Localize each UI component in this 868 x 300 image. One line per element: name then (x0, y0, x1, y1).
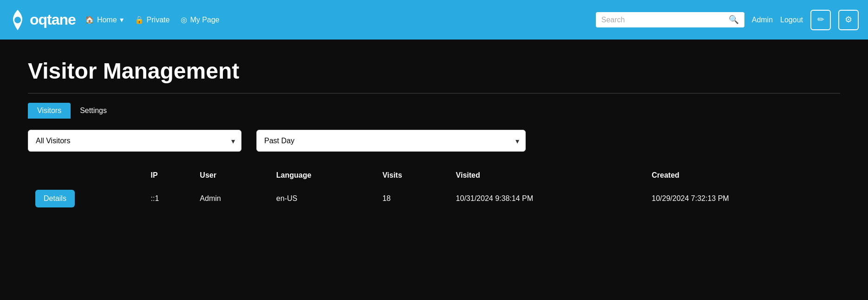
divider (28, 93, 840, 93)
period-select[interactable]: Past Day Past Week Past Month Past Year (256, 130, 526, 152)
navbar-right: 🔍 Admin Logout ✏ ⚙ (596, 10, 859, 30)
user-label[interactable]: Admin (752, 16, 773, 24)
brand-logo-link[interactable]: oqtane (9, 10, 76, 30)
visitors-table: IP User Language Visits Visited Created … (28, 167, 840, 213)
col-header-action (28, 167, 144, 184)
page-title: Visitor Management (28, 58, 840, 84)
col-header-language: Language (269, 167, 375, 184)
col-header-created: Created (644, 167, 840, 184)
row-created: 10/29/2024 7:32:13 PM (644, 184, 840, 213)
edit-button[interactable]: ✏ (810, 10, 831, 30)
table-body: Details ::1 Admin en-US 18 10/31/2024 9:… (28, 184, 840, 213)
col-header-visits: Visits (375, 167, 448, 184)
row-action-cell: Details (28, 184, 144, 213)
svg-point-0 (14, 17, 21, 23)
period-select-wrapper: Past Day Past Week Past Month Past Year (256, 130, 526, 152)
col-header-visited: Visited (449, 167, 645, 184)
nav-links: 🏠 Home ▾ 🔒 Private ◎ My Page (85, 15, 587, 24)
col-header-user: User (192, 167, 268, 184)
tab-settings[interactable]: Settings (71, 103, 116, 119)
brand-logo-icon (9, 10, 26, 30)
lock-icon: 🔒 (135, 15, 144, 24)
tab-visitors[interactable]: Visitors (28, 103, 71, 119)
settings-icon: ⚙ (845, 15, 852, 25)
main-content: Visitor Management Visitors Settings All… (0, 40, 868, 300)
edit-icon: ✏ (817, 15, 824, 25)
home-chevron-icon: ▾ (120, 15, 124, 24)
row-visits: 18 (375, 184, 448, 213)
nav-private-label: Private (147, 16, 170, 24)
search-box: 🔍 (596, 12, 744, 27)
details-button[interactable]: Details (35, 190, 75, 207)
table-header: IP User Language Visits Visited Created (28, 167, 840, 184)
settings-button[interactable]: ⚙ (838, 10, 859, 30)
home-icon: 🏠 (85, 15, 94, 24)
nav-mypage-label: My Page (190, 16, 219, 24)
circle-icon: ◎ (181, 15, 187, 24)
row-language: en-US (269, 184, 375, 213)
tabs: Visitors Settings (28, 103, 840, 119)
search-icon[interactable]: 🔍 (729, 15, 739, 25)
visitor-type-select-wrapper: All Visitors Authenticated Anonymous (28, 130, 241, 152)
search-input[interactable] (601, 16, 725, 24)
logout-link[interactable]: Logout (780, 16, 803, 24)
visitor-type-select[interactable]: All Visitors Authenticated Anonymous (28, 130, 241, 152)
row-visited: 10/31/2024 9:38:14 PM (449, 184, 645, 213)
col-header-ip: IP (144, 167, 193, 184)
nav-home-label: Home (97, 16, 117, 24)
row-ip: ::1 (144, 184, 193, 213)
table-row: Details ::1 Admin en-US 18 10/31/2024 9:… (28, 184, 840, 213)
nav-mypage-link[interactable]: ◎ My Page (181, 15, 219, 24)
row-user: Admin (192, 184, 268, 213)
nav-private-link[interactable]: 🔒 Private (135, 15, 170, 24)
navbar: oqtane 🏠 Home ▾ 🔒 Private ◎ My Page 🔍 Ad… (0, 0, 868, 40)
nav-home-link[interactable]: 🏠 Home ▾ (85, 15, 124, 24)
filters-row: All Visitors Authenticated Anonymous Pas… (28, 130, 840, 152)
brand-name: oqtane (30, 11, 76, 28)
